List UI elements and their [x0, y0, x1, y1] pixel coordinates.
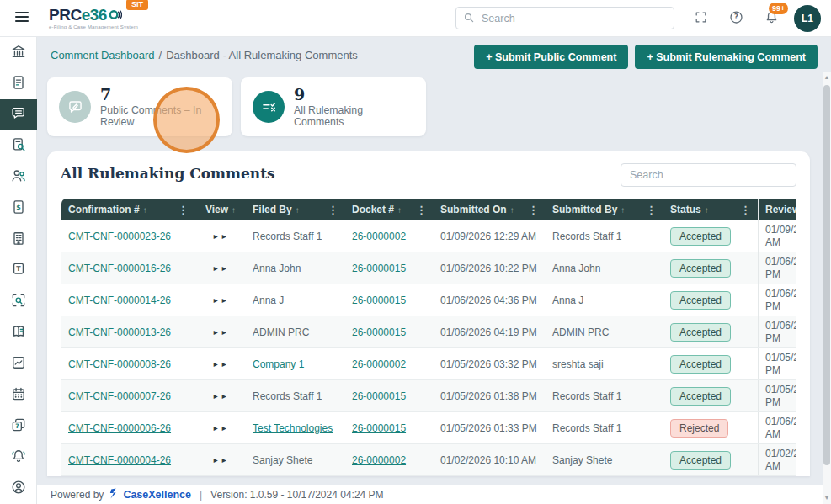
sidebar-item-comments[interactable]	[0, 99, 37, 130]
confirmation-link[interactable]: CMT-CNF-0000016-26	[68, 263, 171, 274]
checklist-icon	[253, 91, 285, 123]
rulemaking-comments-table: Confirmation #↑⋮View↑Filed By↑⋮Docket #↑…	[61, 199, 796, 476]
docket-link[interactable]: 26-0000015	[352, 263, 406, 274]
status-badge: Accepted	[670, 355, 731, 374]
sidebar-item-ledger[interactable]	[0, 317, 37, 348]
menu-button[interactable]	[10, 7, 34, 30]
sidebar-item-invoice[interactable]: $	[0, 193, 37, 224]
column-header[interactable]: Docket #↑⋮	[345, 199, 434, 220]
confirmation-link[interactable]: CMT-CNF-0000013-26	[68, 326, 171, 338]
submit-public-comment-button[interactable]: + Submit Public Comment	[474, 45, 628, 69]
status-badge: Accepted	[670, 387, 731, 406]
view-icon[interactable]: ►►	[212, 328, 229, 337]
confirmation-link[interactable]: CMT-CNF-0000006-26	[68, 422, 171, 434]
status-badge: Accepted	[670, 451, 731, 470]
sidebar: $T?	[0, 37, 37, 504]
account-icon	[10, 479, 27, 499]
ledger-icon	[10, 323, 27, 343]
action-buttons: + Submit Public Comment + Submit Rulemak…	[474, 45, 818, 69]
column-header[interactable]: Status↑⋮	[663, 199, 758, 220]
confirmation-link[interactable]: CMT-CNF-0000023-26	[68, 231, 171, 242]
confirmation-link[interactable]: CMT-CNF-0000008-26	[68, 358, 171, 370]
view-icon[interactable]: ►►	[212, 456, 229, 464]
app-logo[interactable]: SIT PRCe36 e-Filing & Case Management Sy…	[49, 7, 138, 29]
column-header[interactable]: Filed By↑⋮	[246, 199, 345, 220]
sort-icon[interactable]: ↑	[705, 205, 709, 215]
stat-cards: 7 Public Comments – In Review 9 All Rule…	[47, 77, 426, 136]
confirmation-link[interactable]: CMT-CNF-0000007-26	[68, 390, 171, 402]
sidebar-item-scan-search[interactable]	[0, 286, 37, 317]
table-search-input[interactable]	[621, 163, 796, 187]
column-header[interactable]: View↑	[195, 199, 246, 220]
sidebar-item-template[interactable]: T	[0, 255, 37, 286]
sidebar-item-users[interactable]	[0, 162, 37, 193]
filed-by-link[interactable]: Company 1	[253, 358, 304, 370]
reviewed-on-cell: 01/02/20AM	[758, 444, 796, 475]
submitted-by-text: Anna John	[552, 263, 600, 274]
sidebar-item-help-pages[interactable]: ?	[0, 411, 37, 442]
scrollbar-thumb[interactable]	[823, 85, 830, 465]
confirmation-link[interactable]: CMT-CNF-0000014-26	[68, 294, 171, 306]
sort-icon[interactable]: ↑	[143, 205, 147, 215]
sidebar-item-notifications[interactable]	[0, 442, 37, 473]
comments-panel: All Rulemaking Comments Confirmation #↑⋮…	[47, 151, 810, 476]
view-icon[interactable]: ►►	[212, 360, 229, 369]
docket-link[interactable]: 26-0000002	[352, 231, 406, 242]
sidebar-item-reports[interactable]	[0, 348, 37, 379]
sidebar-item-document[interactable]	[0, 68, 37, 99]
filed-by-text: Sanjay Shete	[253, 454, 312, 466]
scrollbar-up-icon[interactable]: ▲	[823, 72, 831, 82]
view-icon[interactable]: ►►	[212, 392, 229, 401]
sidebar-item-organization[interactable]	[0, 224, 37, 255]
column-header-label: Reviewed On	[765, 204, 796, 216]
sort-icon[interactable]: ↑	[296, 205, 300, 215]
sort-icon[interactable]: ↑	[397, 205, 402, 215]
column-menu-icon[interactable]: ⋮	[178, 204, 195, 216]
global-search-input[interactable]	[455, 7, 674, 29]
view-icon[interactable]: ►►	[212, 424, 229, 432]
column-header[interactable]: Confirmation #↑⋮	[61, 199, 195, 220]
view-icon[interactable]: ►►	[212, 232, 229, 241]
column-menu-icon[interactable]: ⋮	[328, 204, 345, 216]
help-pages-icon: ?	[10, 416, 27, 437]
column-menu-icon[interactable]: ⋮	[740, 204, 758, 216]
docket-link[interactable]: 26-0000015	[352, 326, 406, 338]
sidebar-item-institution[interactable]	[0, 37, 37, 68]
view-icon[interactable]: ►►	[212, 264, 229, 273]
column-menu-icon[interactable]: ⋮	[646, 204, 663, 216]
stat-card-rulemaking-comments[interactable]: 9 All Rulemaking Comments	[241, 77, 426, 136]
sidebar-item-calendar[interactable]	[0, 379, 37, 411]
fullscreen-button[interactable]	[691, 9, 710, 28]
view-icon[interactable]: ►►	[212, 296, 229, 305]
sort-icon[interactable]: ↑	[621, 205, 625, 215]
scrollbar-down-icon[interactable]: ▼	[823, 492, 831, 502]
docket-link[interactable]: 26-0000015	[352, 390, 406, 402]
sidebar-item-file-search[interactable]	[0, 130, 37, 162]
avatar[interactable]: L1	[794, 5, 821, 32]
page-scrollbar[interactable]: ▲ ▼	[823, 72, 831, 504]
reports-icon	[10, 354, 27, 374]
notifications-button[interactable]: 99+	[762, 9, 780, 28]
sidebar-item-account[interactable]	[0, 473, 37, 504]
submit-rulemaking-comment-button[interactable]: + Submit Rulemaking Comment	[635, 45, 818, 69]
column-header[interactable]: Reviewed On	[758, 199, 796, 220]
docket-link[interactable]: 26-0000015	[352, 422, 406, 434]
help-button[interactable]: ?	[727, 9, 745, 28]
sort-icon[interactable]: ↑	[510, 205, 514, 215]
docket-link[interactable]: 26-0000002	[352, 358, 406, 370]
confirmation-link[interactable]: CMT-CNF-0000004-26	[68, 454, 171, 466]
column-header[interactable]: Submitted By↑⋮	[546, 199, 663, 220]
reviewed-on-cell: 01/09/20AM	[758, 220, 796, 252]
comments-icon	[10, 105, 27, 125]
filed-by-link[interactable]: Test Technologies	[253, 422, 333, 434]
sort-icon[interactable]: ↑	[232, 205, 236, 215]
docket-link[interactable]: 26-0000015	[352, 294, 406, 306]
submitted-on-text: 01/09/2026 12:29 AM	[440, 231, 536, 242]
breadcrumb-link[interactable]: Comment Dashboard	[51, 49, 155, 61]
file-search-icon	[10, 136, 27, 157]
column-menu-icon[interactable]: ⋮	[528, 204, 546, 216]
column-header[interactable]: Submitted On↑⋮	[434, 199, 546, 220]
stat-label: All Rulemaking Comments	[294, 104, 414, 128]
docket-link[interactable]: 26-0000002	[352, 454, 406, 466]
column-menu-icon[interactable]: ⋮	[416, 204, 434, 216]
